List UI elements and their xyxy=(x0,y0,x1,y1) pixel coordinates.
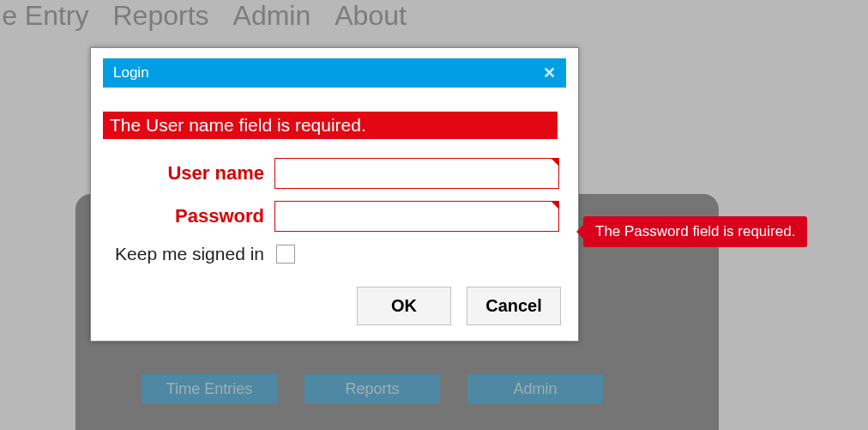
keep-signed-label: Keep me signed in xyxy=(103,244,274,264)
dialog-buttons: OK Cancel xyxy=(357,287,566,325)
password-error-tooltip: The Password field is required. xyxy=(583,216,807,247)
keep-signed-checkbox[interactable] xyxy=(276,245,295,263)
validation-summary: The User name field is required. xyxy=(103,112,558,139)
login-dialog: Login ✕ The User name field is required.… xyxy=(90,47,579,342)
username-field-wrapper xyxy=(274,158,559,189)
dialog-body: The User name field is required. User na… xyxy=(91,88,578,341)
close-icon[interactable]: ✕ xyxy=(543,64,556,82)
password-field-wrapper xyxy=(274,201,559,232)
username-input[interactable] xyxy=(275,159,558,188)
cancel-button[interactable]: Cancel xyxy=(467,287,561,325)
dialog-title: Login xyxy=(113,64,149,82)
password-input[interactable] xyxy=(275,202,558,231)
keep-signed-row: Keep me signed in xyxy=(103,244,566,264)
password-row: Password xyxy=(103,201,566,232)
username-row: User name xyxy=(103,158,566,189)
username-label: User name xyxy=(103,162,274,185)
ok-button[interactable]: OK xyxy=(357,287,451,325)
password-label: Password xyxy=(103,205,274,227)
dialog-titlebar: Login ✕ xyxy=(103,58,566,88)
